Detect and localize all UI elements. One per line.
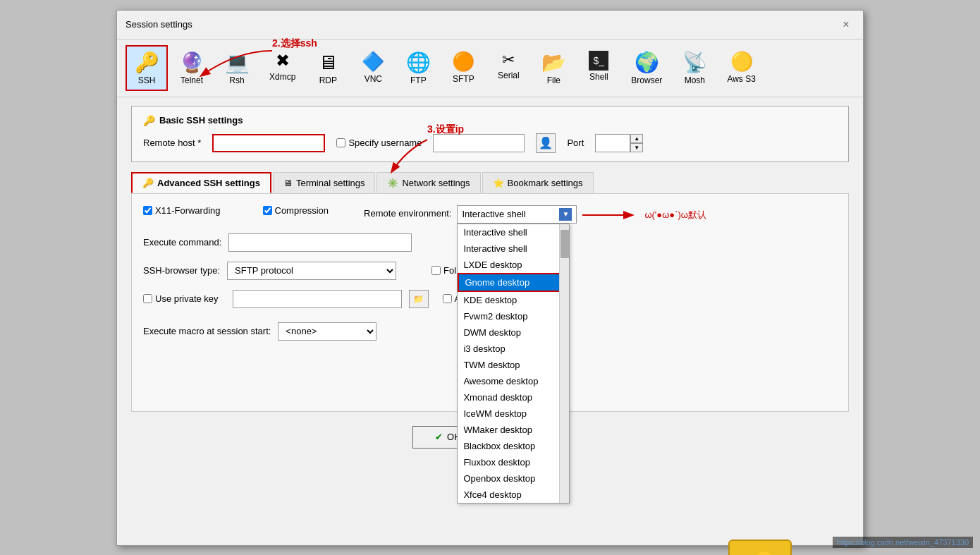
- ftp-icon: 🌐: [406, 51, 431, 74]
- telnet-icon: 🔮: [180, 51, 204, 74]
- toolbar-item-rsh[interactable]: 💻 Rsh: [216, 45, 258, 91]
- x11-forwarding-checkbox[interactable]: [143, 206, 152, 215]
- toolbar-item-vnc[interactable]: 🔷 VNC: [352, 45, 394, 91]
- toolbar-item-xdmcp[interactable]: ✖ Xdmcp: [261, 45, 304, 91]
- option-awesome[interactable]: Awesome desktop: [458, 373, 569, 389]
- tab-terminal[interactable]: 🖥 Terminal settings: [273, 172, 376, 193]
- toolbar-shell-label: Shell: [589, 72, 608, 82]
- toolbar-item-sftp[interactable]: 🟠 SFTP: [442, 45, 484, 91]
- option-twm[interactable]: TWM desktop: [458, 357, 569, 373]
- file-browse-button[interactable]: 📁: [409, 290, 429, 308]
- terminal-tab-icon: 🖥: [283, 178, 293, 188]
- toolbar-item-serial[interactable]: ✂ Serial: [487, 45, 529, 91]
- default-arrow-svg: [582, 208, 639, 222]
- rsh-icon: 💻: [225, 51, 250, 74]
- port-input[interactable]: 22: [595, 134, 630, 152]
- toolbar-serial-label: Serial: [498, 71, 520, 80]
- specify-username-checkbox-label[interactable]: Specify username: [336, 138, 422, 148]
- toolbar-rsh-label: Rsh: [229, 75, 244, 85]
- option-fvwm2[interactable]: Fvwm2 desktop: [458, 308, 569, 324]
- option-kde[interactable]: KDE desktop: [458, 292, 569, 308]
- option-interactive-shell-1[interactable]: Interactive shell: [458, 224, 569, 240]
- option-openbox[interactable]: Openbox desktop: [458, 470, 569, 487]
- specify-username-checkbox[interactable]: [336, 138, 345, 147]
- toolbar-item-telnet[interactable]: 🔮 Telnet: [171, 45, 213, 91]
- rdp-icon: 🖥: [318, 51, 338, 74]
- file-icon: 📂: [541, 51, 566, 74]
- macro-select[interactable]: <none>: [278, 322, 376, 341]
- toolbar-item-shell[interactable]: $_ Shell: [577, 45, 620, 91]
- key-icon: 🔑: [728, 539, 792, 556]
- toolbar-item-rdp[interactable]: 🖥 RDP: [307, 45, 349, 91]
- compression-checkbox[interactable]: [263, 206, 272, 215]
- option-lxde[interactable]: LXDE desktop: [458, 257, 569, 273]
- toolbar-ssh-label: SSH: [138, 75, 156, 85]
- toolbar: 🔑 SSH 🔮 Telnet 💻 Rsh ✖ Xdmcp 🖥 RDP 🔷 VNC…: [117, 39, 863, 97]
- tab-network[interactable]: ✳️ Network settings: [376, 172, 480, 193]
- option-icewm[interactable]: IceWM desktop: [458, 405, 569, 422]
- port-up-button[interactable]: ▲: [630, 134, 643, 143]
- x11-forwarding-label[interactable]: X11-Forwarding: [143, 205, 221, 216]
- option-xfce4[interactable]: Xfce4 desktop: [458, 487, 569, 503]
- toolbar-ftp-label: FTP: [410, 75, 427, 85]
- adapt-local-checkbox[interactable]: [443, 294, 452, 303]
- basic-ssh-section: 🔑 Basic SSH settings Remote host * Speci…: [131, 106, 849, 162]
- spinner-buttons: ▲ ▼: [630, 134, 643, 152]
- use-private-key-label[interactable]: Use private key: [143, 293, 219, 304]
- toolbar-vnc-label: VNC: [365, 74, 382, 84]
- remote-env-container: Remote environment: Interactive shell ▼ …: [364, 205, 706, 224]
- sftp-icon: 🟠: [452, 51, 474, 73]
- toolbar-item-mosh[interactable]: 📡 Mosh: [673, 45, 716, 91]
- basic-section-title: 🔑 Basic SSH settings: [143, 115, 837, 126]
- toolbar-telnet-label: Telnet: [180, 75, 203, 85]
- advanced-row1: X11-Forwarding Compression Remote enviro…: [143, 205, 837, 224]
- awss3-icon: 🟡: [730, 51, 753, 73]
- option-gnome[interactable]: Gnome desktop: [458, 273, 569, 292]
- option-wmaker[interactable]: WMaker desktop: [458, 422, 569, 438]
- dropdown-scrollbar[interactable]: [559, 224, 569, 503]
- tab-advanced[interactable]: 🔑 Advanced SSH settings: [131, 172, 271, 193]
- ok-icon: ✔: [435, 432, 443, 442]
- toolbar-awss3-label: Aws S3: [727, 74, 755, 84]
- compression-label[interactable]: Compression: [263, 205, 329, 216]
- private-key-input[interactable]: [233, 290, 402, 308]
- option-blackbox[interactable]: Blackbox desktop: [458, 438, 569, 454]
- toolbar-item-file[interactable]: 📂 File: [532, 45, 575, 91]
- execute-command-input[interactable]: [228, 233, 412, 252]
- browser-icon: 🌍: [635, 51, 659, 74]
- close-button[interactable]: ×: [838, 16, 855, 33]
- dialog-title: Session settings: [125, 19, 192, 30]
- remote-env-list: Interactive shell Interactive shell LXDE…: [457, 224, 570, 504]
- tab-bookmark[interactable]: ⭐ Bookmark settings: [482, 172, 594, 193]
- remote-env-dropdown: Interactive shell ▼ Interactive shell In…: [457, 205, 577, 224]
- remote-host-input[interactable]: [212, 134, 325, 152]
- title-bar: Session settings ×: [117, 11, 863, 39]
- toolbar-xdmcp-label: Xdmcp: [269, 72, 295, 82]
- advanced-tab-icon: 🔑: [142, 178, 154, 188]
- toolbar-rdp-label: RDP: [319, 75, 337, 85]
- remote-host-label: Remote host *: [143, 138, 201, 148]
- xdmcp-icon: ✖: [276, 51, 290, 71]
- default-annotation: ω('●ω●`)ω默认: [582, 208, 706, 222]
- follow-ssh-checkbox[interactable]: [431, 266, 441, 275]
- option-xmonad[interactable]: Xmonad desktop: [458, 389, 569, 405]
- user-icon-button[interactable]: 👤: [536, 133, 556, 153]
- toolbar-item-awss3[interactable]: 🟡 Aws S3: [718, 45, 764, 91]
- option-i3[interactable]: i3 desktop: [458, 341, 569, 357]
- username-input[interactable]: [433, 134, 525, 152]
- execute-command-label: Execute command:: [143, 237, 221, 248]
- ssh-browser-select[interactable]: SFTP protocol: [227, 262, 396, 280]
- use-private-key-checkbox[interactable]: [143, 294, 152, 303]
- port-down-button[interactable]: ▼: [630, 143, 643, 152]
- option-interactive-shell-2[interactable]: Interactive shell: [458, 240, 569, 257]
- tab-bar: 🔑 Advanced SSH settings 🖥 Terminal setti…: [131, 172, 849, 193]
- remote-env-trigger[interactable]: Interactive shell ▼: [457, 205, 577, 224]
- port-label: Port: [567, 138, 584, 148]
- option-dwm[interactable]: DWM desktop: [458, 324, 569, 341]
- toolbar-item-ftp[interactable]: 🌐 FTP: [397, 45, 439, 91]
- scrollbar-thumb: [561, 230, 569, 258]
- toolbar-item-ssh[interactable]: 🔑 SSH: [125, 45, 168, 91]
- toolbar-file-label: File: [547, 75, 561, 85]
- option-fluxbox[interactable]: Fluxbox desktop: [458, 454, 569, 470]
- toolbar-item-browser[interactable]: 🌍 Browser: [623, 45, 670, 91]
